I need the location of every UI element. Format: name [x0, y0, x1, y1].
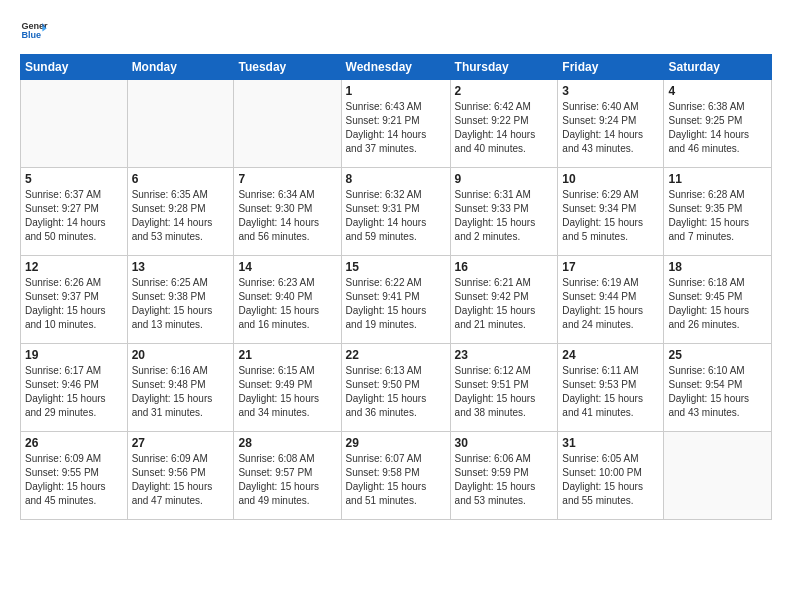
calendar-table: SundayMondayTuesdayWednesdayThursdayFrid…: [20, 54, 772, 520]
day-number: 31: [562, 436, 659, 450]
day-info: Sunrise: 6:26 AM Sunset: 9:37 PM Dayligh…: [25, 276, 123, 332]
day-number: 29: [346, 436, 446, 450]
day-info: Sunrise: 6:22 AM Sunset: 9:41 PM Dayligh…: [346, 276, 446, 332]
calendar-day-cell: 28Sunrise: 6:08 AM Sunset: 9:57 PM Dayli…: [234, 432, 341, 520]
day-number: 22: [346, 348, 446, 362]
day-info: Sunrise: 6:43 AM Sunset: 9:21 PM Dayligh…: [346, 100, 446, 156]
day-info: Sunrise: 6:31 AM Sunset: 9:33 PM Dayligh…: [455, 188, 554, 244]
calendar-day-cell: 25Sunrise: 6:10 AM Sunset: 9:54 PM Dayli…: [664, 344, 772, 432]
day-number: 21: [238, 348, 336, 362]
day-number: 1: [346, 84, 446, 98]
day-number: 20: [132, 348, 230, 362]
header: General Blue: [20, 16, 772, 44]
logo-icon: General Blue: [20, 16, 48, 44]
calendar-day-cell: [127, 80, 234, 168]
day-number: 17: [562, 260, 659, 274]
calendar-day-cell: 10Sunrise: 6:29 AM Sunset: 9:34 PM Dayli…: [558, 168, 664, 256]
day-info: Sunrise: 6:06 AM Sunset: 9:59 PM Dayligh…: [455, 452, 554, 508]
day-info: Sunrise: 6:23 AM Sunset: 9:40 PM Dayligh…: [238, 276, 336, 332]
day-number: 16: [455, 260, 554, 274]
calendar-header-row: SundayMondayTuesdayWednesdayThursdayFrid…: [21, 55, 772, 80]
day-number: 23: [455, 348, 554, 362]
day-info: Sunrise: 6:35 AM Sunset: 9:28 PM Dayligh…: [132, 188, 230, 244]
day-number: 5: [25, 172, 123, 186]
day-number: 6: [132, 172, 230, 186]
day-number: 19: [25, 348, 123, 362]
day-info: Sunrise: 6:38 AM Sunset: 9:25 PM Dayligh…: [668, 100, 767, 156]
calendar-week-row: 26Sunrise: 6:09 AM Sunset: 9:55 PM Dayli…: [21, 432, 772, 520]
calendar-day-cell: 31Sunrise: 6:05 AM Sunset: 10:00 PM Dayl…: [558, 432, 664, 520]
day-number: 18: [668, 260, 767, 274]
day-info: Sunrise: 6:09 AM Sunset: 9:56 PM Dayligh…: [132, 452, 230, 508]
day-info: Sunrise: 6:07 AM Sunset: 9:58 PM Dayligh…: [346, 452, 446, 508]
day-info: Sunrise: 6:37 AM Sunset: 9:27 PM Dayligh…: [25, 188, 123, 244]
day-info: Sunrise: 6:09 AM Sunset: 9:55 PM Dayligh…: [25, 452, 123, 508]
calendar-day-cell: 22Sunrise: 6:13 AM Sunset: 9:50 PM Dayli…: [341, 344, 450, 432]
calendar-day-cell: 16Sunrise: 6:21 AM Sunset: 9:42 PM Dayli…: [450, 256, 558, 344]
calendar-week-row: 1Sunrise: 6:43 AM Sunset: 9:21 PM Daylig…: [21, 80, 772, 168]
day-number: 24: [562, 348, 659, 362]
logo: General Blue: [20, 16, 48, 44]
day-of-week-header: Wednesday: [341, 55, 450, 80]
calendar-day-cell: 7Sunrise: 6:34 AM Sunset: 9:30 PM Daylig…: [234, 168, 341, 256]
calendar-day-cell: 24Sunrise: 6:11 AM Sunset: 9:53 PM Dayli…: [558, 344, 664, 432]
day-number: 8: [346, 172, 446, 186]
day-number: 4: [668, 84, 767, 98]
day-number: 25: [668, 348, 767, 362]
day-number: 27: [132, 436, 230, 450]
calendar-day-cell: 21Sunrise: 6:15 AM Sunset: 9:49 PM Dayli…: [234, 344, 341, 432]
calendar-day-cell: 23Sunrise: 6:12 AM Sunset: 9:51 PM Dayli…: [450, 344, 558, 432]
calendar-day-cell: 3Sunrise: 6:40 AM Sunset: 9:24 PM Daylig…: [558, 80, 664, 168]
day-info: Sunrise: 6:08 AM Sunset: 9:57 PM Dayligh…: [238, 452, 336, 508]
calendar-day-cell: 19Sunrise: 6:17 AM Sunset: 9:46 PM Dayli…: [21, 344, 128, 432]
day-info: Sunrise: 6:05 AM Sunset: 10:00 PM Daylig…: [562, 452, 659, 508]
day-info: Sunrise: 6:15 AM Sunset: 9:49 PM Dayligh…: [238, 364, 336, 420]
day-number: 3: [562, 84, 659, 98]
calendar-day-cell: 5Sunrise: 6:37 AM Sunset: 9:27 PM Daylig…: [21, 168, 128, 256]
day-number: 11: [668, 172, 767, 186]
day-of-week-header: Friday: [558, 55, 664, 80]
day-number: 9: [455, 172, 554, 186]
day-info: Sunrise: 6:19 AM Sunset: 9:44 PM Dayligh…: [562, 276, 659, 332]
day-number: 12: [25, 260, 123, 274]
day-info: Sunrise: 6:10 AM Sunset: 9:54 PM Dayligh…: [668, 364, 767, 420]
calendar-day-cell: 30Sunrise: 6:06 AM Sunset: 9:59 PM Dayli…: [450, 432, 558, 520]
day-number: 14: [238, 260, 336, 274]
calendar-day-cell: 1Sunrise: 6:43 AM Sunset: 9:21 PM Daylig…: [341, 80, 450, 168]
day-of-week-header: Thursday: [450, 55, 558, 80]
day-info: Sunrise: 6:42 AM Sunset: 9:22 PM Dayligh…: [455, 100, 554, 156]
day-number: 26: [25, 436, 123, 450]
day-info: Sunrise: 6:12 AM Sunset: 9:51 PM Dayligh…: [455, 364, 554, 420]
day-number: 28: [238, 436, 336, 450]
svg-text:Blue: Blue: [21, 30, 41, 40]
day-info: Sunrise: 6:28 AM Sunset: 9:35 PM Dayligh…: [668, 188, 767, 244]
day-info: Sunrise: 6:13 AM Sunset: 9:50 PM Dayligh…: [346, 364, 446, 420]
day-number: 7: [238, 172, 336, 186]
calendar-day-cell: 8Sunrise: 6:32 AM Sunset: 9:31 PM Daylig…: [341, 168, 450, 256]
calendar-day-cell: 29Sunrise: 6:07 AM Sunset: 9:58 PM Dayli…: [341, 432, 450, 520]
day-info: Sunrise: 6:25 AM Sunset: 9:38 PM Dayligh…: [132, 276, 230, 332]
day-of-week-header: Tuesday: [234, 55, 341, 80]
calendar-day-cell: 27Sunrise: 6:09 AM Sunset: 9:56 PM Dayli…: [127, 432, 234, 520]
calendar-day-cell: 20Sunrise: 6:16 AM Sunset: 9:48 PM Dayli…: [127, 344, 234, 432]
calendar-day-cell: [664, 432, 772, 520]
calendar-day-cell: 17Sunrise: 6:19 AM Sunset: 9:44 PM Dayli…: [558, 256, 664, 344]
day-info: Sunrise: 6:18 AM Sunset: 9:45 PM Dayligh…: [668, 276, 767, 332]
calendar-day-cell: [234, 80, 341, 168]
day-info: Sunrise: 6:11 AM Sunset: 9:53 PM Dayligh…: [562, 364, 659, 420]
calendar-day-cell: 11Sunrise: 6:28 AM Sunset: 9:35 PM Dayli…: [664, 168, 772, 256]
calendar-day-cell: 2Sunrise: 6:42 AM Sunset: 9:22 PM Daylig…: [450, 80, 558, 168]
day-info: Sunrise: 6:17 AM Sunset: 9:46 PM Dayligh…: [25, 364, 123, 420]
day-of-week-header: Sunday: [21, 55, 128, 80]
day-info: Sunrise: 6:21 AM Sunset: 9:42 PM Dayligh…: [455, 276, 554, 332]
calendar-day-cell: 13Sunrise: 6:25 AM Sunset: 9:38 PM Dayli…: [127, 256, 234, 344]
day-number: 10: [562, 172, 659, 186]
day-info: Sunrise: 6:40 AM Sunset: 9:24 PM Dayligh…: [562, 100, 659, 156]
calendar-week-row: 12Sunrise: 6:26 AM Sunset: 9:37 PM Dayli…: [21, 256, 772, 344]
calendar-day-cell: 9Sunrise: 6:31 AM Sunset: 9:33 PM Daylig…: [450, 168, 558, 256]
day-of-week-header: Saturday: [664, 55, 772, 80]
day-number: 2: [455, 84, 554, 98]
day-number: 30: [455, 436, 554, 450]
calendar-day-cell: [21, 80, 128, 168]
day-number: 15: [346, 260, 446, 274]
